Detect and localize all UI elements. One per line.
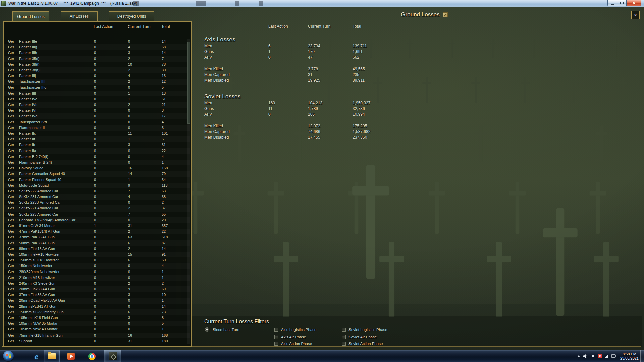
cell-total: 63: [162, 188, 190, 194]
taskbar-clock[interactable]: 8:58 PM 23/05/2021: [620, 352, 639, 361]
checkbox-label: Axis Air Phase: [281, 335, 306, 339]
axis-losses-title: Axis Losses: [204, 36, 367, 43]
filter-checkbox[interactable]: Soviet Air Phase: [342, 333, 387, 340]
tab[interactable]: Ground Losses: [12, 11, 49, 22]
maximize-button[interactable]: [617, 0, 626, 6]
summary-current-turn: 1,789: [308, 106, 353, 112]
cell-current-turn: 9: [128, 183, 162, 188]
cell-nationality: Ger: [8, 321, 19, 326]
summary-total: 1,537,682: [353, 129, 370, 135]
table-row: Ger 105mm NbW 40 Mortar 0 0 1: [4, 326, 190, 332]
cell-current-turn: 2: [128, 281, 162, 286]
cell-current-turn: 1: [128, 177, 162, 183]
table-row: Ger Panzer 35(t) 0 2 7: [4, 56, 190, 62]
signal-bars-icon[interactable]: [605, 354, 608, 358]
clock-date: 23/05/2021: [620, 356, 639, 361]
cell-total: 158: [162, 165, 190, 171]
cell-current-turn: 6: [128, 257, 162, 263]
filter-checkbox[interactable]: Axis Air Phase: [274, 333, 342, 340]
checkbox-icon: [274, 335, 278, 339]
cell-unit-name: 105mm leFH18 Howitzer: [19, 252, 94, 257]
cell-nationality: Ger: [8, 309, 19, 315]
summary-last-action: 1: [268, 49, 308, 55]
summary-label: AFV: [204, 55, 268, 60]
background-window-fragment: [259, 1, 263, 6]
tab[interactable]: Air Losses: [61, 11, 98, 21]
cell-total: 38: [162, 194, 190, 200]
filter-checkbox[interactable]: Soviet Action Phase: [342, 340, 387, 347]
scrollbar[interactable]: [187, 39, 190, 345]
cell-last-action: 0: [94, 171, 128, 177]
show-desktop-button[interactable]: [640, 350, 644, 362]
filter-checkbox[interactable]: Axis Action Phase: [274, 340, 342, 347]
cell-unit-name: Panhard 178-P204(f) Armored Car: [19, 217, 94, 223]
cell-total: 30: [162, 67, 190, 73]
summary-last-action: 0: [268, 112, 308, 117]
network-icon[interactable]: [611, 354, 616, 358]
cell-last-action: 0: [94, 142, 128, 148]
cell-current-turn: 14: [128, 171, 162, 177]
summary-last-action: [268, 129, 308, 135]
table-row: Ger Panzer IVc 0 2 21: [4, 102, 190, 108]
since-last-turn-radio[interactable]: Since Last Turn: [205, 327, 239, 332]
cell-unit-name: Panzer IIf: [19, 136, 94, 142]
screen-close-button[interactable]: ✕: [631, 11, 640, 19]
taskbar-chrome-button[interactable]: [83, 350, 101, 362]
cell-last-action: 0: [94, 113, 128, 119]
table-row: Ger 105mm sK18 Field Gun 0 3 8: [4, 315, 190, 321]
cell-total: 51: [162, 96, 190, 102]
taskbar-internet-explorer-button[interactable]: e: [29, 350, 44, 362]
cell-nationality: Ger: [8, 223, 19, 229]
minimize-button[interactable]: [607, 0, 617, 6]
cell-nationality: Ger: [8, 286, 19, 292]
taskbar-game-button[interactable]: [104, 350, 121, 362]
cell-total: 20: [162, 217, 190, 223]
volume-icon[interactable]: [583, 354, 588, 358]
cell-unit-name: 81mm GrW 34 Mortar: [19, 223, 94, 229]
summary-total: 175,295: [353, 123, 367, 129]
checkbox-label: Soviet Logistics Phase: [348, 328, 387, 332]
taskbar-file-explorer-button[interactable]: [44, 350, 60, 362]
summary-label: Men: [204, 100, 268, 106]
cell-current-turn: 0: [128, 298, 162, 303]
cell-last-action: 0: [94, 217, 128, 223]
notepad-icon[interactable]: [443, 12, 448, 17]
summary-total: 49,565: [353, 66, 365, 72]
checkbox-icon: [342, 328, 346, 332]
cell-total: 4: [162, 119, 190, 125]
table-row: Ger 105mm NbW 35 Mortar 0 0 5: [4, 321, 190, 326]
cell-nationality: Ger: [8, 234, 19, 240]
cell-current-turn: 0: [128, 125, 162, 131]
start-button[interactable]: [3, 351, 14, 361]
tab[interactable]: Destroyed Units: [109, 11, 154, 21]
scrollbar-thumb[interactable]: [187, 42, 190, 124]
cell-unit-name: Panzer IIIh: [19, 50, 94, 56]
hidden-icons-chevron-icon[interactable]: [577, 355, 580, 357]
summary-last-action: [268, 78, 308, 83]
cell-unit-name: 28mm sPzB41 AT Gun: [19, 304, 94, 309]
table-row: Ger Panzer 38(t) 0 10 78: [4, 62, 190, 67]
security-tray-icon[interactable]: B: [598, 354, 602, 358]
cell-current-turn: 4: [128, 194, 162, 200]
cell-last-action: 0: [94, 200, 128, 205]
cell-last-action: 0: [94, 165, 128, 171]
cell-current-turn: 0: [128, 108, 162, 113]
close-window-button[interactable]: ✕: [626, 0, 641, 6]
summary-label: Men Killed: [204, 66, 268, 72]
cell-nationality: Ger: [8, 79, 19, 84]
cell-total: 101: [162, 131, 190, 136]
taskbar-media-player-button[interactable]: [62, 350, 80, 362]
cell-nationality: Ger: [8, 165, 19, 171]
summary-current-turn: 170: [308, 49, 353, 55]
checkbox-icon: [342, 335, 346, 339]
cell-nationality: Ger: [8, 217, 19, 223]
cell-unit-name: Panzer IVc: [19, 102, 94, 108]
filter-checkbox[interactable]: Axis Logistics Phase: [274, 326, 342, 333]
cell-unit-name: 37mm PaK36 AT Gun: [19, 234, 94, 240]
power-icon[interactable]: [591, 354, 595, 358]
cell-last-action: 0: [94, 281, 128, 286]
cell-current-turn: 63: [128, 234, 162, 240]
filter-checkbox[interactable]: Soviet Logistics Phase: [342, 326, 387, 333]
cell-unit-name: 47mm PaK181(f) AT Gun: [19, 229, 94, 234]
cell-unit-name: 280/320mm Nebelwerfer: [19, 269, 94, 275]
